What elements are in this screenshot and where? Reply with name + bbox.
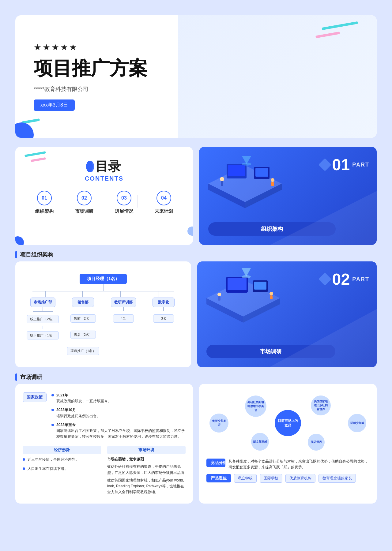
policy-year-2023now: 2023年至今: [56, 423, 76, 427]
contents-header: 目录 CONTENTS: [24, 158, 184, 182]
bubble-outer-4: 环球少年等: [348, 414, 366, 432]
contents-label-04: 未来计划: [155, 208, 173, 214]
market-two-col: 经济形势 近三年的疫情，全国经济差异。 人口出生率在持续下滑。 市场环境 市场在…: [23, 446, 186, 495]
org-dept-digital: 数字化 3名: [144, 298, 184, 355]
org-dept-name-training: 教研师训部: [111, 298, 136, 307]
bubble-outer-3: 剑桥少儿英语: [209, 414, 228, 433]
svg-point-33: [242, 163, 251, 166]
market-left-content: 国家政策 2021年 双减政策的颁发，一直持续至今。 2023年10月 培训行政…: [23, 392, 186, 443]
org-sub-sales-post: 售后（2名）: [70, 331, 96, 339]
svg-rect-39: [271, 182, 274, 186]
svg-point-46: [242, 275, 251, 278]
org-h-line: [32, 291, 174, 291]
contents-slide: 目录 CONTENTS 01 组织架构 02 市场调研 03 进展情况 04 未…: [15, 147, 193, 245]
org-dept-v-marketing: [43, 307, 43, 311]
svg-rect-48: [218, 296, 221, 301]
cover-date-button[interactable]: xxx年3月8日: [34, 99, 75, 111]
product-tag-quality: 优质教育机构: [285, 474, 315, 483]
contents-label-03: 进展情况: [115, 208, 133, 214]
contents-num-02: 02: [77, 191, 92, 205]
contents-title-zh: 目录: [95, 158, 121, 175]
bubble-center: 目前市场上的竞品: [275, 410, 301, 436]
org-sub-digital-count: 3名: [153, 314, 174, 323]
org-sub-sales-pre: 售前（2名）: [70, 314, 96, 323]
org-sub-mkt-v: [43, 326, 43, 329]
svg-point-51: [270, 292, 273, 295]
policy-dot-2023oct: [51, 409, 54, 411]
org-sub-training: 4名: [103, 314, 144, 323]
org-drop-2: [82, 291, 83, 297]
econ-col-title: 经济形势: [23, 446, 101, 454]
org-dept-row: 市场推广部 线上推广（2名） 线下推广（1名） 销售部 售前（2名）: [23, 298, 184, 355]
org-dept-name-digital: 数字化: [153, 298, 175, 307]
cover-stars: ★★★★★: [34, 42, 196, 52]
svg-point-47: [217, 293, 221, 296]
org-part02-row: 项目经理（1名） 市场推广部 线上推广（2: [15, 261, 377, 367]
org-sub-mkt-offline: 线下推广（1名）: [27, 331, 59, 339]
org-root-connector: [103, 284, 104, 291]
org-drop-1: [45, 291, 46, 297]
analysis-row-competition: 竞品分析 从各种维度，对每个竞品进行分析与对标，来突出飞跃的优势；借助自身公司的…: [206, 459, 369, 470]
bubble-outer-2: 美国国家地理出版社的看世界: [311, 395, 331, 415]
cover-company: *****教育科技有限公司: [34, 85, 196, 93]
part02-number: 02: [332, 270, 350, 288]
contents-title-en: CONTENTS: [24, 175, 184, 182]
section-header-org: 项目组织架构: [15, 251, 377, 258]
market-left-slide: 国家政策 2021年 双减政策的颁发，一直持续至今。 2023年10月 培训行政…: [15, 384, 193, 504]
svg-rect-37: [255, 168, 268, 177]
org-chart-slide: 项目经理（1名） 市场推广部 线上推广（2: [15, 261, 191, 367]
part02-diamond: [318, 273, 331, 286]
cover-title: 项目推广方案: [34, 58, 196, 79]
svg-point-38: [271, 178, 274, 182]
section-band-org: [15, 251, 17, 258]
econ-item-2: 人口出生率在持续下滑。: [23, 466, 101, 472]
market-row: 国家政策 2021年 双减政策的颁发，一直持续至今。 2023年10月 培训行政…: [15, 384, 377, 504]
product-pos-tags: 私立学校 国际学校 优质教育机构 教育理念强的家长: [234, 474, 356, 483]
org-drop-4: [159, 291, 159, 297]
org-dept-name-sales: 销售部: [72, 298, 94, 307]
cover-slide: ★★★★★ 项目推广方案 *****教育科技有限公司 xxx年3月8日: [15, 15, 377, 138]
analysis-badge-competition: 竞品分析: [206, 459, 225, 467]
svg-rect-44: [228, 278, 247, 290]
org-h-bar: [32, 291, 174, 291]
contents-item-02: 02 市场调研: [75, 191, 93, 214]
market-env-subtitle: 市场在萎缩，竞争激烈: [107, 457, 186, 462]
policy-year-2021: 2021年: [56, 393, 68, 397]
part01-label: PART: [352, 162, 369, 168]
org-sub-sales: 售前（2名） 售后（2名） 渠道推广（1名）: [63, 314, 104, 355]
policy-content-2023oct: 培训行政处罚条例的出台。: [56, 414, 100, 418]
cover-left-content: ★★★★★ 项目推广方案 *****教育科技有限公司 xxx年3月8日: [34, 42, 196, 111]
org-sub-digital: 3名: [144, 314, 184, 323]
bubble-chart: 目前市场上的竞品 外研社的斯坦格思维小学英语 美国国家地理出版社的看世界 剑桥少…: [206, 392, 369, 454]
analysis-row-product: 产品定位 私立学校 国际学校 优质教育机构 教育理念强的家长: [206, 474, 369, 483]
svg-rect-31: [228, 165, 245, 176]
org-dept-v-sales: [83, 307, 83, 311]
contents-items: 01 组织架构 02 市场调研 03 进展情况 04 未来计划: [24, 191, 184, 214]
org-dept-v-digital: [163, 307, 164, 311]
policy-text-2023now: 2023年至今 国家陆续出台了相关政策，加大了对私立学校、国际学校的监管和限制，…: [56, 422, 186, 440]
org-drop-3: [120, 291, 121, 297]
cover-circle-decoration: [15, 122, 34, 138]
contents-item-03: 03 进展情况: [115, 191, 133, 214]
contents-item-01: 01 组织架构: [35, 191, 54, 214]
org-sub-sales-v2: [83, 341, 83, 344]
org-sub-mkt-online: 线上推广（2名）: [27, 315, 59, 323]
part01-number-area: 01 PART: [320, 156, 369, 174]
section-header-market: 市场调研: [15, 373, 377, 381]
contents-num-04: 04: [156, 191, 171, 205]
svg-rect-52: [270, 295, 273, 299]
analysis-badge-product: 产品定位: [206, 474, 231, 482]
org-tree: 项目经理（1名） 市场推广部 线上推广（2: [23, 271, 184, 358]
section-title-market: 市场调研: [20, 373, 42, 381]
svg-rect-50: [254, 282, 266, 290]
econ-text-2: 人口出生率在持续下滑。: [28, 466, 68, 472]
product-tag-parents: 教育理念强的家长: [318, 474, 356, 483]
org-dept-marketing: 市场推广部 线上推广（2名） 线下推广（1名）: [23, 298, 63, 355]
policy-text-2021: 2021年 双减政策的颁发，一直持续至今。: [56, 392, 111, 404]
contents-num-01: 01: [37, 191, 52, 205]
policy-item-2023now: 2023年至今 国家陆续出台了相关政策，加大了对私立学校、国际学校的监管和限制，…: [51, 422, 186, 440]
part01-number: 01: [332, 156, 350, 174]
econ-item-1: 近三年的疫情，全国经济差异。: [23, 457, 101, 463]
econ-text-1: 近三年的疫情，全国经济差异。: [28, 457, 79, 463]
org-dept-v-training: [123, 307, 124, 311]
